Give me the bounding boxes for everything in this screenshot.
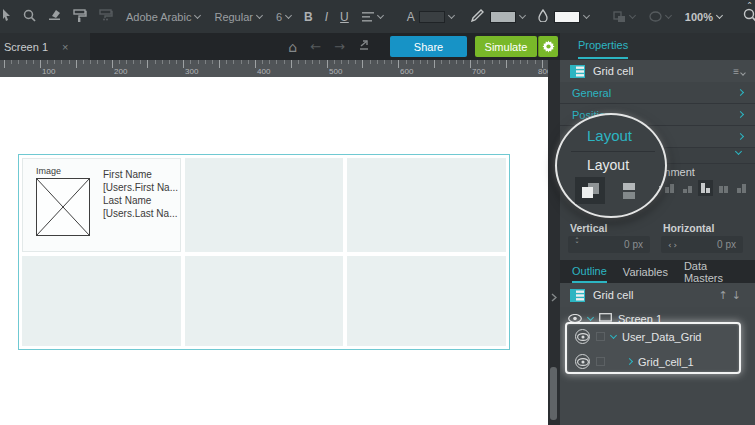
back-arrow-icon[interactable]: ← xyxy=(310,39,321,54)
field-line[interactable]: First Name xyxy=(103,168,178,181)
outline-tabbar: Outline Variables Data Masters xyxy=(560,260,755,283)
border-color-swatch xyxy=(490,11,516,23)
select-checkbox[interactable] xyxy=(596,332,605,341)
bold-button[interactable]: B xyxy=(304,10,313,24)
image-placeholder-label: Image xyxy=(36,166,61,176)
tab-properties[interactable]: Properties xyxy=(578,39,628,59)
eye-circle[interactable] xyxy=(575,354,590,369)
font-style-select[interactable]: Regular xyxy=(214,11,262,23)
canvas-area: Screen 1 × ⌂ ← → Share Simulate xyxy=(0,33,560,425)
magnified-layout-section-title: Layout xyxy=(587,127,632,144)
chevron-right-icon xyxy=(737,133,744,140)
chevron-down-icon[interactable] xyxy=(610,331,617,338)
grid-cell[interactable] xyxy=(347,158,506,252)
effects-select[interactable] xyxy=(649,11,671,22)
fill-color-select[interactable] xyxy=(554,11,589,23)
style-copy-icon[interactable] xyxy=(99,9,113,25)
search-icon[interactable] xyxy=(743,8,755,25)
tab-label: Screen 1 xyxy=(4,41,48,53)
vertical-scrollbar[interactable] xyxy=(550,367,557,420)
text-color-select[interactable]: A xyxy=(407,10,454,24)
eraser-tool-icon[interactable] xyxy=(48,9,61,24)
outline-tree: Screen 1 User_Data_Grid xyxy=(560,307,755,425)
design-canvas[interactable]: Image First Name [Users.First Na... Last… xyxy=(0,77,548,425)
simulate-settings-button[interactable] xyxy=(538,36,558,57)
tutorial-magnifier-circle: Layout Layout xyxy=(555,113,667,218)
arrange-select[interactable] xyxy=(613,11,635,23)
horizontal-spacing-value: 0 px xyxy=(717,239,736,250)
main-toolbar: Adobe Arabic Regular 6 B I U A xyxy=(0,0,755,33)
font-family-value: Adobe Arabic xyxy=(126,11,191,23)
fill-color-droplet-icon[interactable] xyxy=(538,9,548,25)
tree-label: Grid_cell_1 xyxy=(638,356,694,368)
grid-cell[interactable] xyxy=(185,256,344,346)
field-line[interactable]: Last Name xyxy=(103,194,178,207)
layout-vertical-button[interactable] xyxy=(614,177,644,204)
border-color-select[interactable] xyxy=(490,11,525,23)
panel-menu-icon[interactable]: ≡ xyxy=(733,66,745,77)
chevron-right-icon xyxy=(737,89,744,96)
eye-circle[interactable] xyxy=(575,329,590,344)
select-checkbox[interactable] xyxy=(596,357,605,366)
stepper-left-right-icon[interactable]: ‹› xyxy=(668,240,679,250)
grid-cell-1[interactable]: Image First Name [Users.First Na... Last… xyxy=(22,158,181,252)
tree-row-grid-cell-1[interactable]: Grid_cell_1 xyxy=(567,349,739,374)
share-button[interactable]: Share xyxy=(390,36,467,57)
underline-button[interactable]: U xyxy=(340,10,349,24)
chevron-right-icon[interactable] xyxy=(626,358,633,365)
tree-row-user-data-grid[interactable]: User_Data_Grid xyxy=(567,324,739,349)
tab-data-masters[interactable]: Data Masters xyxy=(684,260,743,284)
open-external-icon[interactable] xyxy=(358,39,370,54)
vertical-layout-icon xyxy=(623,183,635,199)
text-align-select[interactable] xyxy=(362,12,383,22)
close-icon[interactable]: × xyxy=(62,41,68,53)
collapse-panel-icon[interactable] xyxy=(551,288,557,306)
zoom-level-select[interactable]: 100% xyxy=(685,11,722,23)
zoom-tool-icon[interactable] xyxy=(23,9,36,25)
user-data-grid-widget[interactable]: Image First Name [Users.First Na... Last… xyxy=(18,154,510,350)
move-up-down-icons[interactable]: ↑↓ xyxy=(719,289,745,302)
properties-tabbar: Properties xyxy=(560,33,755,60)
gear-icon xyxy=(542,40,555,53)
section-general[interactable]: General xyxy=(560,82,755,104)
collapse-toolbar-icon[interactable]: ⌃ xyxy=(746,1,753,10)
format-painter-icon[interactable] xyxy=(73,9,87,25)
image-placeholder[interactable] xyxy=(36,178,90,236)
horizontal-spacing-field[interactable]: ‹› 0 px xyxy=(661,236,743,253)
field-line[interactable]: [Users.Last Na... xyxy=(103,207,178,220)
vertical-spacing-field[interactable]: ˆˇ 0 px xyxy=(568,236,650,253)
chevron-down-icon[interactable] xyxy=(587,313,594,320)
align-option-button[interactable] xyxy=(680,180,695,196)
home-icon[interactable]: ⌂ xyxy=(288,39,297,55)
italic-button[interactable]: I xyxy=(325,10,328,24)
workspace: Screen 1 × ⌂ ← → Share Simulate xyxy=(0,33,755,425)
tab-outline[interactable]: Outline xyxy=(572,260,607,283)
outline-widget-header: Grid cell ↑↓ xyxy=(560,283,755,307)
cursor-tool-icon[interactable] xyxy=(2,9,11,24)
font-size-select[interactable]: 6 xyxy=(276,11,291,23)
panel-gutter xyxy=(548,60,560,425)
chevron-down-icon xyxy=(377,11,384,18)
stepper-up-down-icon[interactable]: ˆˇ xyxy=(575,240,579,250)
layout-free-button[interactable] xyxy=(575,177,605,204)
grid-cell[interactable] xyxy=(185,158,344,252)
arrange-icon xyxy=(613,11,626,23)
align-option-button[interactable] xyxy=(734,180,749,196)
grid-cell[interactable] xyxy=(347,256,506,346)
grid-cell[interactable] xyxy=(22,256,181,346)
font-family-select[interactable]: Adobe Arabic xyxy=(126,11,200,23)
align-option-button[interactable] xyxy=(662,180,677,196)
tab-variables[interactable]: Variables xyxy=(623,266,668,278)
tab-screen-1[interactable]: Screen 1 × xyxy=(0,33,90,60)
chevron-right-icon xyxy=(737,111,744,118)
align-option-button-selected[interactable] xyxy=(698,180,713,196)
simulate-button[interactable]: Simulate xyxy=(475,36,537,57)
border-color-pencil-icon[interactable] xyxy=(471,9,484,25)
magnified-layout-group-label: Layout xyxy=(587,157,629,173)
eye-icon xyxy=(577,333,589,341)
forward-arrow-icon[interactable]: → xyxy=(334,39,345,54)
align-option-button[interactable] xyxy=(716,180,731,196)
chevron-down-icon xyxy=(285,11,292,18)
field-line[interactable]: [Users.First Na... xyxy=(103,181,178,194)
tree-label: User_Data_Grid xyxy=(622,331,701,343)
